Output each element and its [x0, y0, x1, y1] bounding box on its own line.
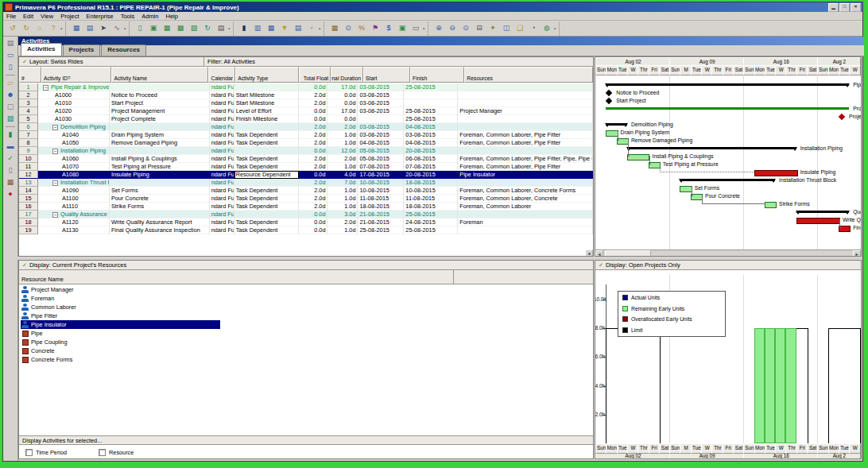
cell-start[interactable]: 21-08-2015 [358, 211, 404, 219]
cell-type[interactable]: Task Dependent [234, 139, 299, 147]
resource-row[interactable]: Concrete Forms [19, 355, 593, 364]
forward-icon[interactable]: ↻ [20, 22, 33, 35]
apply-actuals-icon[interactable]: ✓ [5, 153, 16, 164]
add-activity-icon[interactable]: ▣ [147, 22, 160, 35]
back-icon[interactable]: ↺ [6, 22, 19, 35]
stop-icon[interactable]: ● [5, 189, 16, 199]
gantt-summary-bar[interactable] [627, 147, 796, 149]
cell-finish[interactable]: 06-08-2015 [404, 155, 458, 163]
cell-type[interactable]: Task Dependent [234, 219, 299, 226]
cell-type[interactable]: Task Dependent [234, 163, 299, 171]
cell-start[interactable]: 18-08-2015 [358, 203, 404, 211]
gantt-task-bar[interactable] [680, 186, 692, 192]
cell-type[interactable]: Start Milestone [234, 91, 299, 99]
cell-calendar[interactable]: ndard Full Time [210, 155, 234, 163]
zoom-band-icon[interactable]: ▫ [305, 22, 318, 35]
cell-finish[interactable]: 25-08-2015 [404, 107, 458, 115]
zoom-fit-icon[interactable]: ⊙ [459, 22, 472, 35]
cell-resources[interactable]: Foreman, Common Laborer, Pipe Fitter [458, 163, 593, 171]
cell-id[interactable]: −Quality Assurance [38, 211, 110, 219]
column-header-orig_duration[interactable]: Original Duration [331, 67, 363, 83]
find-icon[interactable]: ⊙ [342, 22, 355, 35]
cell-orig_duration[interactable]: 17.0d [327, 107, 358, 115]
cell-orig_duration[interactable]: 1.0d [327, 203, 358, 211]
toolbar-overflow-icon[interactable]: ▪ [124, 23, 128, 34]
toolbar-overflow-icon[interactable]: ▪ [228, 23, 232, 34]
help-icon[interactable]: ? [47, 22, 60, 35]
resource-row[interactable]: Project Manager [19, 285, 593, 294]
cell-resources[interactable]: Foreman, Common Laborer, Concrete [458, 195, 593, 203]
gantt-summary-bar[interactable] [796, 211, 850, 213]
cell-resources[interactable]: Foreman, Common Laborer [458, 203, 593, 211]
menu-enterprise[interactable]: Enterprise [87, 13, 114, 20]
checkbox-resource[interactable]: Resource [99, 449, 134, 456]
edit-pointer-icon[interactable]: ➤ [97, 22, 110, 35]
activity-row[interactable]: 6−Demolition Pipingndard Full Time2.0d2.… [19, 123, 593, 131]
cell-id[interactable]: A1000 [38, 91, 110, 99]
bars-icon[interactable]: ▮ [238, 22, 250, 35]
cell-calendar[interactable]: ndard Full Time [210, 83, 234, 91]
cell-name[interactable] [110, 179, 210, 187]
column-header-type[interactable]: Activity Type [235, 67, 299, 83]
scroll-left-icon[interactable]: ◄ [595, 250, 603, 257]
dollar-icon[interactable]: $ [382, 22, 395, 35]
cell-finish[interactable]: 04-08-2015 [404, 123, 458, 131]
cell-type[interactable]: Finish Milestone [234, 115, 299, 123]
cell-calendar[interactable]: ndard Full Time [210, 211, 234, 219]
cell-finish[interactable]: 20-08-2015 [404, 171, 458, 179]
notebook-icon[interactable]: ❑ [513, 22, 526, 35]
cell-start[interactable]: 03-08-2015 [358, 83, 404, 91]
activity-row[interactable]: 5A1030Project Completendard Full TimeFin… [19, 115, 593, 123]
activity-row[interactable]: 15A1100Pour Concretendard Full TimeTask … [19, 195, 593, 203]
cell-orig_duration[interactable]: 1.0d [327, 226, 358, 234]
cell-name[interactable]: Final Quality Assurance Inspection [110, 226, 210, 234]
cell-id[interactable]: A1010 [38, 99, 110, 107]
column-header-resources[interactable]: Resources [464, 67, 593, 83]
cell-start[interactable]: 03-08-2015 [358, 107, 404, 115]
toolbar-overflow-icon[interactable]: ▪ [423, 23, 427, 34]
cell-type[interactable]: Resource Dependent [234, 171, 299, 179]
column-header-name[interactable]: Activity Name [111, 67, 207, 83]
resource-row[interactable]: Pipe Coupling [19, 338, 593, 346]
cell-calendar[interactable]: ndard Full Time [210, 219, 234, 226]
picture-icon[interactable]: ▧ [5, 114, 16, 124]
gantt-summary-bar[interactable] [606, 123, 627, 126]
cell-calendar[interactable]: ndard Full Time [210, 91, 234, 99]
cell-total_float[interactable]: 0.0d [299, 219, 328, 226]
cell-total_float[interactable]: 2.0d [299, 123, 328, 131]
cell-name[interactable]: Write Quality Assurance Report [110, 219, 210, 226]
cell-calendar[interactable]: ndard Full Time [210, 131, 234, 139]
activity-row[interactable]: 14A1090Set Formsndard Full TimeTask Depe… [19, 187, 593, 195]
menu-view[interactable]: View [41, 13, 53, 20]
toolbar-overflow-icon[interactable]: ▪ [554, 23, 558, 34]
cell-resources[interactable]: Foreman, Common Laborer, Pipe Fitter [458, 139, 593, 147]
column-header-num[interactable]: # [19, 67, 41, 83]
cell-id[interactable]: A1090 [38, 187, 110, 195]
cell-orig_duration[interactable]: 2.0d [327, 123, 358, 131]
menu-edit[interactable]: Edit [23, 13, 33, 20]
cell-calendar[interactable]: ndard Full Time [210, 187, 234, 195]
cell-start[interactable]: 07-08-2015 [358, 163, 404, 171]
cell-type[interactable]: Task Dependent [234, 203, 299, 211]
folder-icon[interactable]: ▱ [5, 78, 16, 88]
cell-name[interactable]: Project Management [110, 107, 210, 115]
resource-row[interactable]: Common Laborer [19, 303, 593, 311]
cell-finish[interactable]: 25-08-2015 [404, 211, 458, 219]
cell-total_float[interactable]: 0.0d [299, 171, 328, 179]
activity-row[interactable]: 8A1050Remove Damaged Pipingndard Full Ti… [19, 139, 593, 147]
cell-start[interactable]: 04-08-2015 [358, 139, 404, 147]
cell-type[interactable] [234, 123, 299, 131]
gantt-summary-bar[interactable] [606, 83, 849, 86]
cell-id[interactable]: A1110 [38, 203, 110, 211]
menu-file[interactable]: File [6, 13, 16, 20]
resource-row[interactable]: Concrete [19, 346, 593, 355]
checkbox-icon[interactable] [25, 449, 33, 456]
tab-projects[interactable]: Projects [63, 44, 101, 56]
column-header-finish[interactable]: Finish [410, 67, 464, 83]
timescale-icon[interactable]: ▦ [328, 22, 341, 35]
cell-calendar[interactable]: ndard Full Time [210, 179, 234, 187]
resource-table-header[interactable]: Resource Name [19, 270, 593, 284]
layers-icon[interactable]: ▦ [161, 22, 173, 35]
cell-finish[interactable]: 25-08-2015 [404, 115, 458, 123]
cell-resources[interactable] [458, 179, 593, 187]
